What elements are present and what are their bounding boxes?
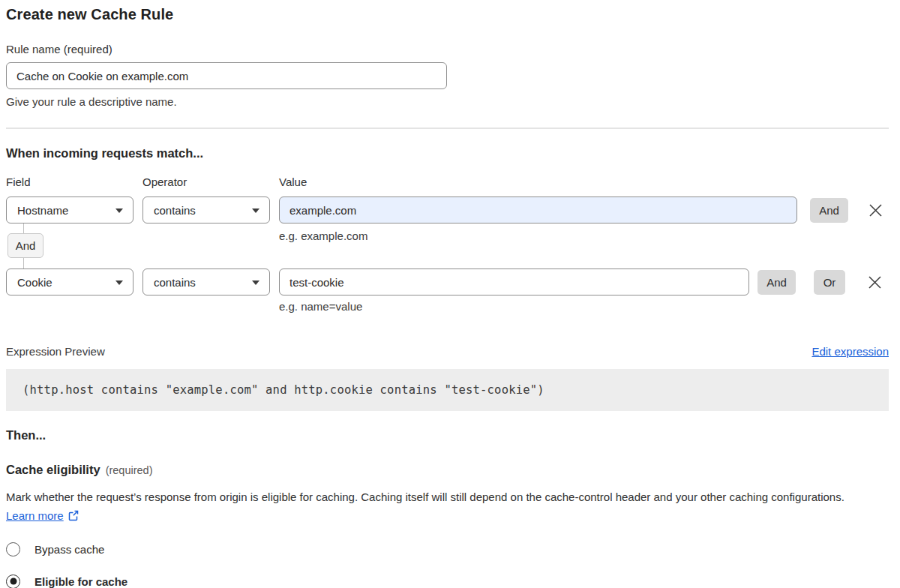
operator-select-row2[interactable]: contains bbox=[142, 268, 270, 296]
connector-and-button[interactable]: And bbox=[8, 233, 44, 258]
field-select-row1-value: Hostname bbox=[17, 204, 68, 217]
remove-row1-button[interactable] bbox=[867, 202, 884, 218]
chevron-down-icon bbox=[252, 208, 260, 213]
create-cache-rule-page: Create new Cache Rule Rule name (require… bbox=[0, 0, 900, 588]
radio-option-eligible-for-cache[interactable]: Eligible for cache bbox=[6, 574, 889, 588]
edit-expression-link[interactable]: Edit expression bbox=[812, 345, 889, 358]
field-select-row2[interactable]: Cookie bbox=[6, 268, 134, 296]
expression-preview-label: Expression Preview bbox=[6, 345, 105, 358]
chevron-down-icon bbox=[252, 280, 260, 285]
radio-button-selected[interactable] bbox=[6, 574, 20, 588]
value-input-row1[interactable] bbox=[279, 196, 797, 224]
expression-preview-code: (http.host contains "example.com" and ht… bbox=[6, 369, 889, 411]
page-title: Create new Cache Rule bbox=[6, 6, 889, 23]
chevron-down-icon bbox=[116, 280, 123, 285]
cache-eligibility-heading: Cache eligibility (required) bbox=[6, 463, 889, 477]
close-icon bbox=[868, 203, 883, 218]
field-column-label: Field bbox=[6, 176, 31, 188]
field-select-row1[interactable]: Hostname bbox=[6, 196, 134, 224]
required-note: (required) bbox=[106, 464, 153, 476]
cache-eligibility-title: Cache eligibility bbox=[6, 463, 100, 477]
rule-name-input[interactable] bbox=[6, 62, 447, 89]
description-text: Mark whether the request’s response from… bbox=[6, 490, 844, 503]
external-link-icon bbox=[68, 510, 79, 521]
value-input-row2[interactable] bbox=[279, 268, 749, 296]
chevron-down-icon bbox=[116, 208, 123, 213]
rule-name-label: Rule name (required) bbox=[6, 43, 889, 56]
operator-column-label: Operator bbox=[142, 176, 187, 188]
value-column-label: Value bbox=[279, 176, 307, 188]
operator-select-row2-value: contains bbox=[154, 276, 196, 289]
rule-name-helper: Give your rule a descriptive name. bbox=[6, 95, 889, 108]
radio-option-bypass-cache[interactable]: Bypass cache bbox=[6, 542, 889, 556]
match-heading: When incoming requests match... bbox=[6, 146, 889, 160]
field-select-row2-value: Cookie bbox=[17, 276, 52, 289]
expression-code-text: (http.host contains "example.com" and ht… bbox=[22, 383, 544, 397]
radio-label-eligible-for-cache: Eligible for cache bbox=[34, 575, 128, 588]
operator-select-row1[interactable]: contains bbox=[142, 196, 270, 224]
operator-select-row1-value: contains bbox=[154, 204, 196, 217]
then-heading: Then... bbox=[6, 428, 889, 442]
remove-row2-button[interactable] bbox=[866, 274, 883, 290]
learn-more-link[interactable]: Learn more bbox=[6, 509, 64, 522]
section-divider bbox=[6, 128, 889, 129]
value-hint-row2: e.g. name=value bbox=[279, 300, 362, 313]
radio-label-bypass-cache: Bypass cache bbox=[34, 543, 104, 556]
add-and-condition-button-row2[interactable]: And bbox=[758, 270, 796, 295]
value-hint-row1: e.g. example.com bbox=[279, 230, 368, 242]
add-and-condition-button-row1[interactable]: And bbox=[810, 198, 848, 223]
radio-button-unselected[interactable] bbox=[6, 542, 20, 556]
add-or-condition-button-row2[interactable]: Or bbox=[814, 270, 845, 295]
cache-eligibility-description: Mark whether the request’s response from… bbox=[6, 488, 870, 525]
condition-builder: Field Operator Value Hostname contains A… bbox=[6, 176, 889, 316]
close-icon bbox=[868, 275, 882, 290]
